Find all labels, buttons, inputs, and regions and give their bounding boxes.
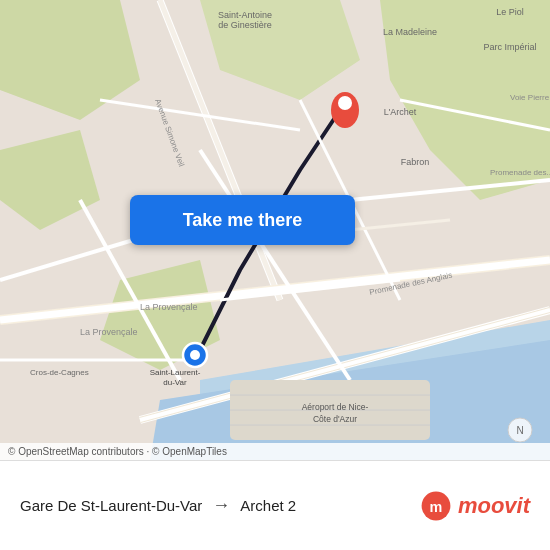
moovit-logo: m moovit <box>420 490 530 522</box>
svg-text:N: N <box>516 425 523 436</box>
map-attribution: © OpenStreetMap contributors · © OpenMap… <box>0 443 550 460</box>
svg-text:Saint-Antoine: Saint-Antoine <box>218 10 272 20</box>
svg-text:Voie Pierre Ma...: Voie Pierre Ma... <box>510 93 550 102</box>
bottom-bar: Gare De St-Laurent-Du-Var → Archet 2 m m… <box>0 460 550 550</box>
moovit-brand-name: moovit <box>458 493 530 519</box>
svg-text:Saint-Laurent-: Saint-Laurent- <box>150 368 201 377</box>
svg-text:La Provençale: La Provençale <box>140 302 198 312</box>
map-container: Saint-Antoine de Ginestière La Madeleine… <box>0 0 550 460</box>
svg-text:de Ginestière: de Ginestière <box>218 20 272 30</box>
svg-point-50 <box>338 96 352 110</box>
moovit-icon: m <box>420 490 452 522</box>
svg-text:Le Piol: Le Piol <box>496 7 524 17</box>
svg-text:m: m <box>429 498 442 514</box>
origin-location: Gare De St-Laurent-Du-Var <box>20 497 202 514</box>
route-arrow-icon: → <box>212 495 230 516</box>
svg-text:Aéroport de Nice-: Aéroport de Nice- <box>302 402 369 412</box>
take-me-there-button[interactable]: Take me there <box>130 195 355 245</box>
svg-text:Cros-de-Cagnes: Cros-de-Cagnes <box>30 368 89 377</box>
svg-text:Parc Impérial: Parc Impérial <box>483 42 536 52</box>
destination-location: Archet 2 <box>240 497 296 514</box>
svg-text:Promenade des...: Promenade des... <box>490 168 550 177</box>
route-info: Gare De St-Laurent-Du-Var → Archet 2 <box>20 495 296 516</box>
svg-text:du-Var: du-Var <box>163 378 187 387</box>
button-label: Take me there <box>183 210 303 231</box>
svg-text:La Madeleine: La Madeleine <box>383 27 437 37</box>
svg-point-48 <box>190 350 200 360</box>
svg-text:Côte d'Azur: Côte d'Azur <box>313 414 357 424</box>
svg-text:La Provençale: La Provençale <box>80 327 138 337</box>
svg-text:Fabron: Fabron <box>401 157 430 167</box>
svg-text:L'Archet: L'Archet <box>384 107 417 117</box>
